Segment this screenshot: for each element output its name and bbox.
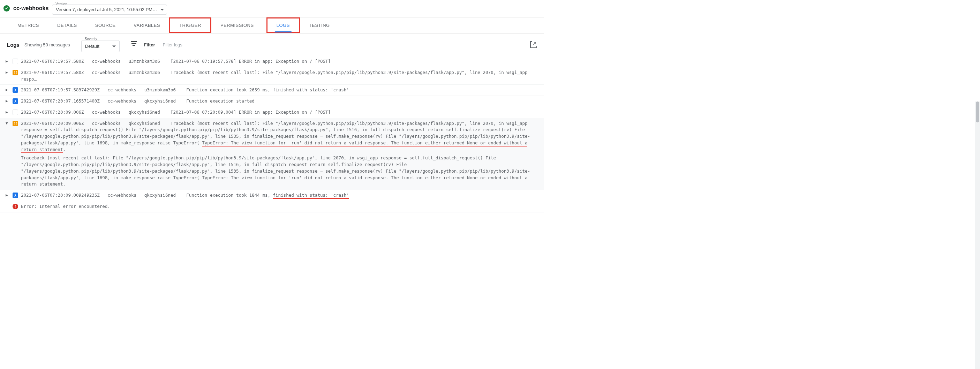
tabs-bar: METRICS DETAILS SOURCE VARIABLES TRIGGER…: [0, 17, 544, 33]
caret-down-icon: [112, 45, 116, 47]
severity-default-icon: [13, 59, 18, 64]
version-group: Version Version 7, deployed at Jul 5, 20…: [52, 2, 167, 15]
severity-debug-icon: λ: [13, 192, 18, 198]
expand-icon[interactable]: ▶: [6, 109, 10, 115]
tab-details[interactable]: DETAILS: [48, 19, 86, 32]
filter-icon: [131, 42, 137, 47]
tab-trigger[interactable]: TRIGGER: [169, 17, 212, 33]
log-text: 2021-07-06T07:20:09.006Z cc-webhooks qkc…: [21, 120, 538, 188]
severity-error-icon: !!: [13, 121, 18, 126]
log-row-error[interactable]: ! Error: Internal error encountered.: [0, 201, 544, 212]
log-text: 2021-07-06T07:19:57.583742929Z cc-webhoo…: [21, 87, 538, 94]
filter-label: Filter: [144, 42, 155, 48]
severity-critical-icon: !: [13, 204, 18, 209]
log-text: 2021-07-06T07:19:57.580Z cc-webhooks u3m…: [21, 58, 538, 65]
log-row[interactable]: ▶ λ 2021-07-06T07:19:57.583742929Z cc-we…: [0, 85, 544, 96]
log-text: 2021-07-06T07:20:09.006Z cc-webhooks qkc…: [21, 109, 538, 116]
tab-testing[interactable]: TESTING: [300, 19, 339, 32]
severity-select[interactable]: Default: [81, 40, 119, 52]
tab-metrics[interactable]: METRICS: [8, 19, 48, 32]
expand-icon[interactable]: ▶: [6, 87, 10, 92]
caret-down-icon: [161, 9, 164, 11]
severity-error-icon: !!: [13, 70, 18, 75]
status-check-icon: ✓: [3, 5, 10, 11]
version-select[interactable]: Version 7, deployed at Jul 5, 2021, 10:5…: [52, 5, 167, 15]
logs-subtitle: Showing 50 messages: [24, 42, 70, 48]
severity-debug-icon: λ: [13, 99, 18, 104]
open-external-icon[interactable]: [530, 41, 537, 48]
logs-title: Logs: [7, 42, 19, 48]
expand-icon[interactable]: ▶: [6, 58, 10, 64]
log-text: 2021-07-06T07:20:07.165571400Z cc-webhoo…: [21, 98, 538, 105]
log-row-expanded[interactable]: ▼ !! 2021-07-06T07:20:09.006Z cc-webhook…: [0, 118, 544, 191]
tab-permissions[interactable]: PERMISSIONS: [212, 19, 263, 32]
log-row[interactable]: ▶ 2021-07-06T07:20:09.006Z cc-webhooks q…: [0, 107, 544, 118]
expand-icon[interactable]: ▶: [6, 192, 10, 197]
function-header: ✓ cc-webhooks Version Version 7, deploye…: [0, 0, 544, 17]
log-text: 2021-07-06T07:20:09.009249235Z cc-webhoo…: [21, 192, 538, 199]
log-row[interactable]: ▶ 2021-07-06T07:19:57.580Z cc-webhooks u…: [0, 56, 544, 67]
severity-group: Severity Default: [81, 37, 119, 52]
tab-source[interactable]: SOURCE: [86, 19, 125, 32]
tab-variables[interactable]: VARIABLES: [124, 19, 169, 32]
log-list: ▶ 2021-07-06T07:19:57.580Z cc-webhooks u…: [0, 56, 544, 212]
expand-spacer: [6, 204, 10, 204]
filter-input[interactable]: [160, 41, 525, 49]
severity-value: Default: [85, 44, 99, 49]
collapse-icon[interactable]: ▼: [6, 120, 10, 126]
expand-icon[interactable]: ▶: [6, 98, 10, 103]
version-text: Version 7, deployed at Jul 5, 2021, 10:5…: [56, 7, 157, 12]
log-text: 2021-07-06T07:19:57.580Z cc-webhooks u3m…: [21, 69, 538, 83]
traceback-block: Traceback (most recent call last): File …: [21, 155, 538, 188]
log-row[interactable]: ▶ λ 2021-07-06T07:20:09.009249235Z cc-we…: [0, 190, 544, 201]
logs-toolbar: Logs Showing 50 messages Severity Defaul…: [0, 33, 544, 56]
function-name: cc-webhooks: [13, 5, 48, 11]
severity-default-icon: [13, 110, 18, 115]
severity-debug-icon: λ: [13, 87, 18, 93]
tab-logs[interactable]: LOGS: [266, 17, 300, 33]
expand-icon[interactable]: ▶: [6, 69, 10, 75]
log-row[interactable]: ▶ λ 2021-07-06T07:20:07.165571400Z cc-we…: [0, 96, 544, 107]
log-text: Error: Internal error encountered.: [21, 204, 538, 210]
log-row[interactable]: ▶ !! 2021-07-06T07:19:57.580Z cc-webhook…: [0, 67, 544, 85]
